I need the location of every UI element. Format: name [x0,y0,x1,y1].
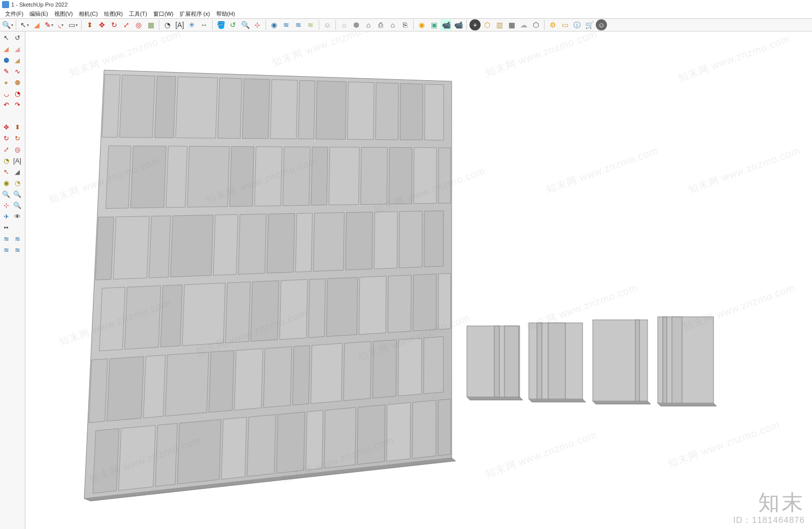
svg-marker-65 [424,337,444,394]
fog-icon[interactable]: ☁ [518,19,529,30]
protractor-icon[interactable]: ↖ [1,167,11,177]
tape-icon[interactable]: ▦ [145,19,156,30]
polygon-icon[interactable]: ⬣ [12,77,22,87]
lasso-icon[interactable]: ◢ [1,44,11,54]
rect-icon[interactable]: ▭▾ [67,19,79,30]
menu-c[interactable]: 相机(C) [76,10,100,18]
export-icon[interactable]: ⌂ [387,19,398,30]
layers-icon[interactable]: ≋ [281,19,292,30]
menu-x[interactable]: 扩展程序 (x) [177,10,213,18]
offset-icon[interactable]: ◎ [12,144,22,154]
match-icon[interactable]: ▣ [428,19,439,30]
scale-icon[interactable]: ⤢ [121,19,132,30]
scale-icon[interactable]: ⤢ [1,144,11,154]
section-icon[interactable]: ◔ [12,178,22,188]
orbit-icon[interactable]: ↺ [227,19,239,30]
dim-icon[interactable]: [A] [12,155,22,166]
3dw-icon[interactable]: ⬢ [351,19,362,30]
text-icon[interactable]: [A] [174,19,185,30]
move-icon[interactable]: ✥ [96,19,108,30]
menu-v[interactable]: 视图(V) [51,10,76,18]
zoomw-icon[interactable]: 🔍 [12,189,22,199]
tags-icon[interactable]: ≋ [1,245,11,255]
arc-icon[interactable]: ◟▾ [55,19,66,30]
layers-icon[interactable]: ≋ [1,234,11,244]
soften-icon[interactable]: ≋ [12,245,22,255]
gear-icon[interactable]: ⚙ [547,19,558,30]
text-icon[interactable]: ◢ [12,167,22,177]
report-icon[interactable]: ▥ [494,19,505,30]
pos-icon[interactable]: ⊹ [1,200,11,210]
profile-icon[interactable]: ☺ [596,19,607,30]
info-icon[interactable]: ⓘ [571,19,583,30]
geolocation-icon[interactable]: ◉ [416,19,427,30]
rotate-icon[interactable]: ↻ [109,19,120,30]
paint-icon[interactable]: 🪣 [215,19,226,30]
menu-f[interactable]: 文件(F) [2,10,26,18]
styles-icon[interactable]: ≋ [12,234,22,244]
home-icon[interactable]: ⌂ [363,19,374,30]
pushpull-icon[interactable]: ⬍ [12,122,22,132]
select-icon[interactable]: ↖ [1,32,11,43]
orbit-icon[interactable]: ↺ [12,32,22,43]
pan-icon[interactable]: 🔍 [240,19,251,30]
eraser-icon[interactable]: ◢ [31,19,42,30]
camera-icon[interactable]: 📹 [441,19,452,30]
settings-icon[interactable]: ▭ [559,19,570,30]
rotate-icon[interactable]: ↻ [1,133,11,143]
section-icon[interactable]: ◉ [268,19,280,30]
follow-icon[interactable]: ↻ [12,133,22,143]
dim-icon[interactable]: ↔ [198,19,210,30]
outliner-icon[interactable]: ≋ [293,19,304,30]
add-icon[interactable]: + [469,19,481,30]
tape-icon[interactable]: ◔ [1,155,11,166]
viewport[interactable]: 知末网 www.znzmo.com知末网 www.znzmo.com知末网 ww… [25,31,812,529]
zoomext-icon[interactable]: ⊹ [252,19,263,30]
arc-icon[interactable]: ◡ [1,88,11,98]
import-icon[interactable]: ⎘ [399,19,411,30]
user-icon[interactable]: ☺ [322,19,333,30]
line-icon[interactable]: ✎ [1,66,11,76]
walk-icon[interactable]: ✈ [1,211,11,221]
offset-icon[interactable]: ◎ [133,19,144,30]
svg-marker-6 [242,79,269,139]
box-icon[interactable]: ⬡ [482,19,493,30]
axes-icon[interactable]: ✳ [186,19,197,30]
free-icon[interactable]: ∿ [12,66,22,76]
svg-marker-54 [107,356,144,421]
print-icon[interactable]: ⎙ [375,19,386,30]
styles-icon[interactable]: ≋ [305,19,316,30]
svg-rect-84 [548,323,565,399]
menu-t[interactable]: 工具(T) [126,10,150,18]
warehouse-icon[interactable]: ⌂ [339,19,350,30]
circle-icon[interactable]: ● [1,77,11,87]
menu-h[interactable]: 帮助(H) [213,10,238,18]
menu-r[interactable]: 绘图(R) [101,10,126,18]
model-canvas[interactable] [25,31,812,529]
record-icon[interactable]: 📹 [453,19,464,30]
menu-e[interactable]: 编辑(E) [26,10,51,18]
component-icon[interactable]: ⬢ [1,55,11,65]
pencil-icon[interactable]: ✎▾ [43,19,54,30]
eraser-icon[interactable]: ◢ [12,44,22,54]
move-icon[interactable]: ✥ [1,122,11,132]
axes-icon[interactable]: ◉ [1,178,11,188]
protractor-icon[interactable]: ◔ [162,19,173,30]
look-icon[interactable]: 🔍 [12,200,22,210]
sun-icon[interactable]: ⬡ [530,19,542,30]
zoom-icon[interactable]: 🔍▾ [2,19,13,30]
pie-icon[interactable]: ◔ [12,88,22,98]
select-icon[interactable]: ↖▾ [19,19,30,30]
svg-marker-55 [144,355,165,418]
undo-icon[interactable]: ↶ [1,100,11,110]
pushpull-icon[interactable]: ⬍ [84,19,95,30]
steps-icon[interactable]: •• [1,222,11,233]
paint-icon[interactable]: ◢ [12,55,22,65]
svg-marker-13 [425,84,444,140]
grid-icon[interactable]: ▦ [506,19,517,30]
cart-icon[interactable]: 🛒 [584,19,595,30]
redo-icon[interactable]: ↷ [12,100,22,110]
eye-icon[interactable]: 👁 [12,211,22,221]
menu-w[interactable]: 窗口(W) [150,10,177,18]
zoom-icon[interactable]: 🔍 [1,189,11,199]
